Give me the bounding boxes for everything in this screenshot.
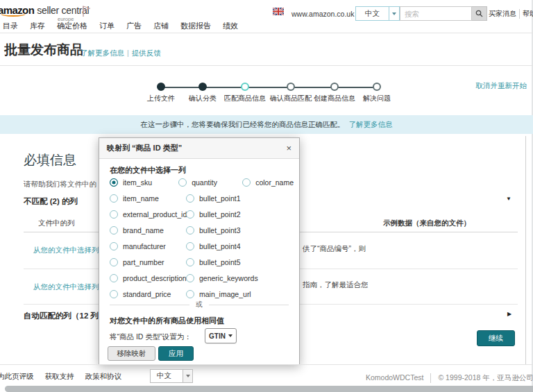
- marketplace-url: www.amazon.co.uk: [291, 10, 354, 18]
- option-label: item_sku: [123, 178, 152, 187]
- radio-icon[interactable]: [186, 194, 194, 203]
- radio-icon[interactable]: [178, 178, 187, 187]
- option-bullet-point5[interactable]: bullet_point5: [186, 258, 257, 266]
- nav-item-advertising[interactable]: 广告: [126, 21, 142, 31]
- option-main-image-url[interactable]: main_image_url: [186, 290, 257, 298]
- pennant-flag-icon: [81, 5, 91, 19]
- footer-language-select[interactable]: 中文: [150, 369, 193, 383]
- step-dot: [198, 83, 207, 91]
- radio-icon[interactable]: [110, 194, 118, 203]
- banner-text: 在这一步骤中，您将要确保我们已经将您的商品信息正确匹配。: [141, 120, 345, 130]
- select-column-dropdown-2[interactable]: 从您的文件中选择列∨: [33, 282, 105, 292]
- option-bullet-point1[interactable]: bullet_point1: [186, 194, 257, 203]
- option-row: standard_price main_image_url: [110, 286, 294, 302]
- nav-item-reports[interactable]: 数据报告: [180, 21, 211, 31]
- header-language-select[interactable]: 中文: [355, 6, 400, 21]
- radio-icon[interactable]: [110, 258, 118, 266]
- continue-button[interactable]: 继续: [477, 330, 515, 346]
- nav-item-stores[interactable]: 店铺: [153, 21, 169, 31]
- nav-item-performance[interactable]: 绩效: [223, 21, 238, 31]
- step-label: 解决问题: [346, 94, 408, 103]
- radio-icon[interactable]: [186, 210, 194, 219]
- step-dot: [330, 83, 339, 91]
- option-bullet-point3[interactable]: bullet_point3: [186, 226, 257, 235]
- option-standard-price[interactable]: standard_price: [110, 290, 186, 298]
- or-divider: 或: [110, 305, 289, 315]
- cancel-restart-link[interactable]: 取消并重新开始: [476, 81, 527, 91]
- nav-item-catalog[interactable]: 目录: [3, 21, 18, 31]
- step-dot: [287, 83, 295, 91]
- search-button[interactable]: [472, 6, 487, 21]
- step-dot: [373, 83, 381, 91]
- option-item-sku[interactable]: item_sku: [110, 178, 178, 187]
- close-icon[interactable]: ×: [286, 144, 291, 153]
- radio-icon[interactable]: [186, 242, 194, 250]
- option-row: part_number bullet_point5: [110, 254, 294, 270]
- radio-icon[interactable]: [186, 226, 194, 235]
- option-row: external_product_id bullet_point2: [110, 206, 294, 222]
- step-dot: [241, 83, 249, 91]
- divider: [0, 33, 533, 33]
- radio-icon[interactable]: [110, 274, 118, 282]
- option-label: bullet_point5: [199, 258, 241, 266]
- option-manufacturer[interactable]: manufacturer: [110, 242, 186, 250]
- option-part-number[interactable]: part_number: [110, 258, 186, 266]
- amazon-seller-central-logo[interactable]: amazonseller central europe: [0, 4, 89, 16]
- account-name: KomodoWDCTest: [366, 373, 430, 383]
- option-label: part_number: [123, 258, 164, 266]
- collapse-arrow-icon[interactable]: ▼: [506, 196, 511, 202]
- option-product-description[interactable]: product_description: [110, 274, 186, 282]
- banner-learn-more-link[interactable]: 了解更多信息: [349, 120, 393, 130]
- modal-header: 映射到 “商品 ID 类型” ×: [99, 138, 299, 159]
- language-value: 中文: [151, 371, 183, 381]
- copyright-text: © 1999-2018 年，亚马逊公司或其附属公司: [430, 373, 533, 383]
- buyer-messages-link[interactable]: 买家消息: [486, 9, 519, 19]
- option-label: manufacturer: [123, 242, 166, 250]
- option-label: standard_price: [123, 290, 171, 298]
- option-generic-keywords[interactable]: generic_keywords: [186, 274, 257, 282]
- get-support-link[interactable]: 获取支持: [45, 372, 74, 382]
- option-label: quantity: [192, 178, 217, 187]
- apply-button[interactable]: 应用: [158, 346, 194, 361]
- product-id-type-select[interactable]: GTIN: [205, 328, 237, 343]
- select-column-dropdown-1[interactable]: 从您的文件中选择列∨: [33, 246, 105, 255]
- learn-more-link[interactable]: 了解更多信息: [81, 49, 124, 57]
- option-row: product_description generic_keywords: [110, 270, 294, 286]
- rate-page-link[interactable]: 为此页评级: [0, 372, 34, 382]
- option-brand-name[interactable]: brand_name: [110, 226, 186, 235]
- radio-icon[interactable]: [110, 210, 118, 219]
- nav-item-pricing[interactable]: 确定价格: [57, 21, 87, 31]
- radio-icon[interactable]: [186, 290, 194, 298]
- nav-item-inventory[interactable]: 库存: [30, 21, 45, 31]
- radio-icon[interactable]: [110, 290, 118, 298]
- option-item-name[interactable]: item_name: [110, 194, 186, 203]
- option-color-name[interactable]: color_name: [242, 178, 294, 187]
- option-bullet-point4[interactable]: bullet_point4: [186, 242, 257, 250]
- option-external-product-id[interactable]: external_product_id: [110, 210, 186, 219]
- help-link[interactable]: 帮助: [519, 9, 533, 19]
- radio-icon[interactable]: [186, 274, 194, 282]
- map-product-id-type-modal: 映射到 “商品 ID 类型” × 在您的文件中选择一列 item_sku qua…: [99, 137, 300, 365]
- main-nav: 目录 库存 确定价格 订单 广告 店铺 数据报告 绩效: [3, 21, 238, 31]
- expand-arrow-icon[interactable]: ▶: [507, 311, 511, 317]
- option-label: generic_keywords: [199, 274, 258, 282]
- footer-account-copyright: KomodoWDCTest © 1999-2018 年，亚马逊公司或其附属公司: [366, 373, 533, 383]
- radio-icon[interactable]: [110, 178, 118, 187]
- auto-matched-columns-section: 自动匹配的列（12 列）: [24, 311, 107, 321]
- column-header-file: 文件中的列: [38, 219, 75, 228]
- nav-item-orders[interactable]: 订单: [99, 21, 115, 31]
- remove-mapping-button[interactable]: 移除映射: [108, 346, 155, 361]
- select-value: GTIN: [209, 332, 226, 340]
- step-dot: [157, 83, 165, 91]
- radio-icon[interactable]: [110, 242, 118, 250]
- option-quantity[interactable]: quantity: [178, 178, 242, 187]
- radio-icon[interactable]: [242, 178, 251, 187]
- search-input[interactable]: [400, 6, 472, 21]
- option-bullet-point2[interactable]: bullet_point2: [186, 210, 257, 219]
- policies-link[interactable]: 政策和协议: [85, 372, 122, 382]
- sample-data-fragment-1: 供了“商品编号”，则: [303, 244, 366, 254]
- radio-icon[interactable]: [110, 226, 118, 235]
- option-row: brand_name bullet_point3: [110, 222, 294, 238]
- feedback-link[interactable]: 提供反馈: [132, 49, 161, 57]
- radio-icon[interactable]: [186, 258, 194, 266]
